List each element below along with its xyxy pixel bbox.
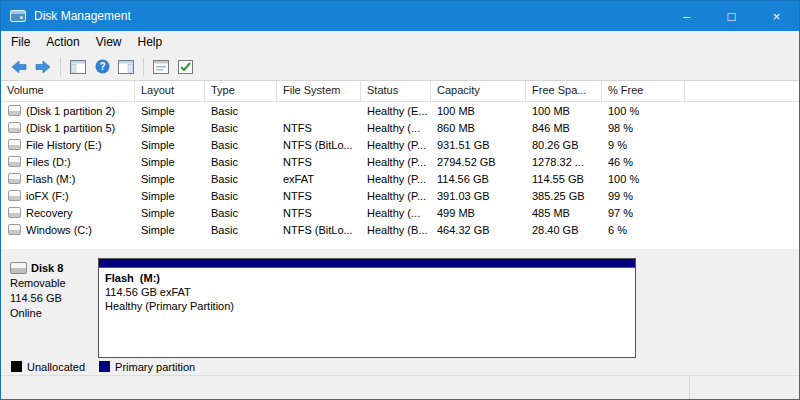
- statusbar-panel: [689, 376, 799, 399]
- cell-file-system: exFAT: [277, 173, 361, 185]
- volume-list: Volume Layout Type File System Status Ca…: [1, 81, 799, 249]
- console-tree-icon: [70, 60, 86, 74]
- column-header-capacity[interactable]: Capacity: [431, 81, 526, 101]
- cell-layout: Simple: [135, 224, 205, 236]
- cell-pct-free: 46 %: [602, 156, 685, 168]
- legend-item-primary-partition: Primary partition: [99, 361, 195, 373]
- disk-info-box[interactable]: Disk 8 Removable 114.56 GB Online: [9, 258, 95, 358]
- table-row[interactable]: Windows (C:) Simple Basic NTFS (BitLo...…: [1, 221, 799, 238]
- table-row[interactable]: File History (E:) Simple Basic NTFS (Bit…: [1, 136, 799, 153]
- cell-type: Basic: [205, 156, 277, 168]
- table-row[interactable]: Files (D:) Simple Basic NTFS Healthy (P.…: [1, 153, 799, 170]
- forward-button[interactable]: [31, 56, 55, 78]
- window-title: Disk Management: [34, 9, 131, 23]
- cell-file-system: NTFS: [277, 156, 361, 168]
- legend-label: Unallocated: [27, 361, 85, 373]
- cell-free-space: 100 MB: [526, 105, 602, 117]
- cell-file-system: NTFS: [277, 122, 361, 134]
- column-header-free-space[interactable]: Free Spa...: [526, 81, 602, 101]
- legend-item-unallocated: Unallocated: [11, 361, 85, 373]
- app-icon: [10, 10, 26, 22]
- check-button[interactable]: [173, 56, 197, 78]
- cell-file-system: NTFS (BitLo...: [277, 224, 361, 236]
- show-console-tree-button[interactable]: [66, 56, 90, 78]
- cell-status: Healthy (B...: [361, 224, 431, 236]
- popup-window-button[interactable]: [149, 56, 173, 78]
- cell-volume: (Disk 1 partition 2): [26, 105, 115, 117]
- table-row[interactable]: Flash (M:) Simple Basic exFAT Healthy (P…: [1, 170, 799, 187]
- cell-volume: (Disk 1 partition 5): [26, 122, 115, 134]
- cell-layout: Simple: [135, 173, 205, 185]
- help-button[interactable]: ?: [90, 56, 114, 78]
- table-row[interactable]: (Disk 1 partition 2) Simple Basic Health…: [1, 102, 799, 119]
- column-header-layout[interactable]: Layout: [135, 81, 205, 101]
- cell-layout: Simple: [135, 207, 205, 219]
- cell-type: Basic: [205, 122, 277, 134]
- cell-file-system: NTFS: [277, 190, 361, 202]
- cell-volume: Files (D:): [26, 156, 71, 168]
- volume-icon: [8, 173, 21, 184]
- close-button[interactable]: ×: [754, 1, 799, 31]
- column-header-filler: [685, 81, 799, 101]
- cell-capacity: 100 MB: [431, 105, 526, 117]
- cell-volume: Recovery: [26, 207, 72, 219]
- disk-status: Online: [10, 306, 95, 321]
- cell-status: Healthy (P...: [361, 173, 431, 185]
- back-arrow-icon: [11, 60, 27, 74]
- titlebar[interactable]: Disk Management – □ ×: [1, 1, 799, 31]
- menu-action[interactable]: Action: [38, 31, 87, 53]
- cell-layout: Simple: [135, 156, 205, 168]
- back-button[interactable]: [7, 56, 31, 78]
- column-header-file-system[interactable]: File System: [277, 81, 361, 101]
- cell-type: Basic: [205, 105, 277, 117]
- menu-file[interactable]: File: [3, 31, 38, 53]
- cell-free-space: 80.26 GB: [526, 139, 602, 151]
- maximize-button[interactable]: □: [709, 1, 754, 31]
- cell-type: Basic: [205, 224, 277, 236]
- disk-type: Removable: [10, 276, 95, 291]
- cell-status: Healthy (P...: [361, 156, 431, 168]
- cell-pct-free: 99 %: [602, 190, 685, 202]
- cell-status: Healthy (...: [361, 207, 431, 219]
- table-header: Volume Layout Type File System Status Ca…: [1, 81, 799, 102]
- statusbar: [1, 376, 799, 399]
- cell-layout: Simple: [135, 139, 205, 151]
- column-header-volume[interactable]: Volume: [1, 81, 135, 101]
- table-row[interactable]: ioFX (F:) Simple Basic NTFS Healthy (P..…: [1, 187, 799, 204]
- column-header-type[interactable]: Type: [205, 81, 277, 101]
- partition-box[interactable]: Flash (M:) 114.56 GB exFAT Healthy (Prim…: [98, 258, 636, 358]
- menu-view[interactable]: View: [88, 31, 130, 53]
- cell-capacity: 114.56 GB: [431, 173, 526, 185]
- toolbar-separator: [60, 58, 61, 76]
- column-header-pct-free[interactable]: % Free: [602, 81, 685, 101]
- show-action-pane-button[interactable]: [114, 56, 138, 78]
- cell-file-system: NTFS: [277, 207, 361, 219]
- table-row[interactable]: (Disk 1 partition 5) Simple Basic NTFS H…: [1, 119, 799, 136]
- forward-arrow-icon: [35, 60, 51, 74]
- cell-volume: Windows (C:): [26, 224, 92, 236]
- popup-window-icon: [153, 60, 169, 74]
- legend: Unallocated Primary partition: [1, 358, 799, 376]
- volume-icon: [8, 207, 21, 218]
- column-header-status[interactable]: Status: [361, 81, 431, 101]
- volume-icon: [8, 105, 21, 116]
- cell-capacity: 464.32 GB: [431, 224, 526, 236]
- disk-size: 114.56 GB: [10, 291, 95, 306]
- menu-help[interactable]: Help: [130, 31, 171, 53]
- table-row[interactable]: Recovery Simple Basic NTFS Healthy (... …: [1, 204, 799, 221]
- checkmark-icon: [178, 60, 193, 74]
- cell-free-space: 1278.32 ...: [526, 156, 602, 168]
- partition-color-stripe: [99, 259, 635, 268]
- volume-icon: [8, 156, 21, 167]
- partition-title: Flash (M:): [105, 271, 629, 285]
- cell-type: Basic: [205, 173, 277, 185]
- cell-status: Healthy (...: [361, 122, 431, 134]
- minimize-button[interactable]: –: [664, 1, 709, 31]
- unallocated-swatch: [11, 361, 22, 372]
- cell-free-space: 114.55 GB: [526, 173, 602, 185]
- volume-icon: [8, 190, 21, 201]
- cell-layout: Simple: [135, 122, 205, 134]
- partition-size-fs: 114.56 GB exFAT: [105, 285, 629, 299]
- cell-type: Basic: [205, 207, 277, 219]
- cell-volume: File History (E:): [26, 139, 102, 151]
